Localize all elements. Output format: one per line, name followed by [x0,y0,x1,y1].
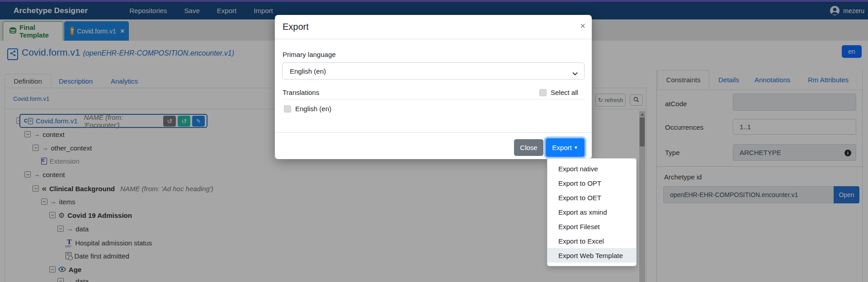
chevron-down-icon [572,69,578,77]
translation-item: English (en) [284,105,331,113]
translations-divider [282,99,585,99]
primary-language-label: Primary language [283,51,336,58]
translation-label: English (en) [295,105,331,113]
menu-item-export-as-xmind[interactable]: Export as xmind [547,205,636,219]
modal-footer-divider [275,132,592,133]
translation-checkbox[interactable] [284,105,291,113]
export-dropdown-menu: Export nativeExport to OPTExport to OETE… [547,158,637,266]
menu-item-export-web-template[interactable]: Export Web Template [547,248,636,263]
modal-title: Export [283,22,309,32]
close-button[interactable]: Close [514,139,543,156]
translations-label: Translations [283,89,319,96]
select-all-label: Select all [551,89,578,96]
menu-item-export-fileset[interactable]: Export Fileset [547,219,636,234]
select-all-checkbox[interactable] [539,89,547,96]
select-all-control: Select all [539,89,578,96]
primary-language-select[interactable]: English (en) [282,62,585,80]
export-dropdown-button[interactable]: Export▼ [546,138,585,157]
export-button-label: Export [552,144,571,151]
close-icon[interactable]: × [580,21,585,30]
menu-item-export-to-oet[interactable]: Export to OET [547,190,636,205]
selected-language: English (en) [290,67,326,75]
modal-header: Export × [275,15,592,39]
export-modal: Export × Primary language English (en) T… [275,15,592,159]
menu-item-export-to-opt[interactable]: Export to OPT [547,176,636,190]
app-window: Archetype Designer Repositories Save Exp… [0,0,868,282]
menu-item-export-native[interactable]: Export native [547,161,636,176]
menu-item-export-to-excel[interactable]: Export to Excel [547,234,636,248]
caret-down-icon: ▼ [574,145,578,150]
